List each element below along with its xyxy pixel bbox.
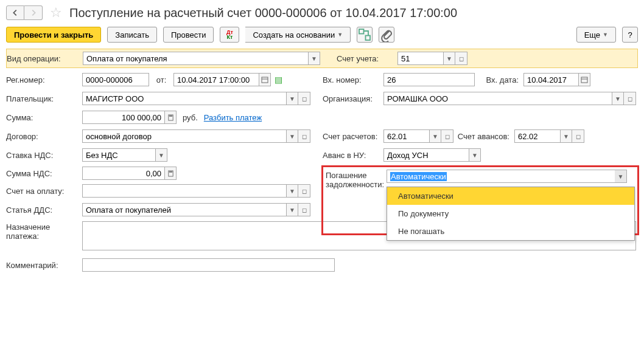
settle-acc-label: Счет расчетов: xyxy=(323,132,383,141)
org-open-icon[interactable]: ◻ xyxy=(624,92,636,105)
dropdown-option-by-doc[interactable]: По документу xyxy=(387,205,634,222)
org-input[interactable] xyxy=(383,92,612,105)
op-type-label: Вид операции: xyxy=(7,54,83,63)
forward-button[interactable] xyxy=(24,5,43,20)
page-title: Поступление на расчетный счет 0000-00000… xyxy=(69,6,457,20)
debt-repay-label: Погашение задолженности: xyxy=(326,170,387,189)
org-label: Организация: xyxy=(323,94,383,103)
invoice-dropdown-icon[interactable]: ▼ xyxy=(286,184,298,198)
invoice-label: Счет на оплату: xyxy=(6,187,82,196)
from-label: от: xyxy=(149,75,173,84)
advance-acc-label: Счет авансов: xyxy=(453,132,514,141)
account-dropdown-icon[interactable]: ▼ xyxy=(443,52,455,65)
account-input[interactable] xyxy=(397,52,443,65)
posted-icon: ▤ xyxy=(275,75,282,84)
linked-docs-button[interactable] xyxy=(357,27,373,43)
account-label: Счет учета: xyxy=(337,54,397,63)
advance-nu-dropdown-icon[interactable]: ▼ xyxy=(469,148,481,162)
advance-open-icon[interactable]: ◻ xyxy=(572,129,584,143)
advance-nu-label: Аванс в НУ: xyxy=(323,151,383,160)
payer-open-icon[interactable]: ◻ xyxy=(298,92,310,105)
create-based-button[interactable]: Создать на основании ▼ xyxy=(245,27,351,43)
back-button[interactable] xyxy=(6,5,24,20)
amount-label: Сумма: xyxy=(6,113,82,122)
svg-rect-0 xyxy=(359,29,364,34)
more-button[interactable]: Еще ▼ xyxy=(576,27,616,43)
dds-input[interactable] xyxy=(82,203,286,216)
in-date-label: Вх. дата: xyxy=(475,75,523,84)
settle-acc-input[interactable] xyxy=(383,129,429,143)
comment-label: Комментарий: xyxy=(6,261,82,270)
op-type-dropdown-icon[interactable]: ▼ xyxy=(308,52,320,65)
svg-rect-9 xyxy=(169,171,172,172)
calendar-icon[interactable] xyxy=(578,73,590,86)
post-and-close-button[interactable]: Провести и закрыть xyxy=(6,27,101,43)
vat-amount-input[interactable] xyxy=(82,167,164,180)
dt-kt-button[interactable]: ДтКт xyxy=(220,27,239,43)
dds-open-icon[interactable]: ◻ xyxy=(298,203,310,216)
calculator-icon[interactable] xyxy=(164,111,177,124)
account-open-icon[interactable]: ◻ xyxy=(455,52,467,65)
org-dropdown-icon[interactable]: ▼ xyxy=(612,92,624,105)
invoice-input[interactable] xyxy=(82,184,286,198)
svg-rect-2 xyxy=(262,77,268,83)
amount-input[interactable] xyxy=(82,111,164,124)
advance-nu-input[interactable] xyxy=(383,148,469,162)
split-payment-link[interactable]: Разбить платеж xyxy=(204,113,262,122)
settle-open-icon[interactable]: ◻ xyxy=(441,129,453,143)
purpose-label: Назначение платежа: xyxy=(6,221,82,241)
contract-label: Договор: xyxy=(6,132,82,141)
dropdown-option-no-repay[interactable]: Не погашать xyxy=(387,222,634,240)
contract-input[interactable] xyxy=(82,129,286,143)
advance-acc-input[interactable] xyxy=(514,129,560,143)
in-no-input[interactable] xyxy=(383,73,475,86)
payer-dropdown-icon[interactable]: ▼ xyxy=(286,92,298,105)
record-button[interactable]: Записать xyxy=(107,27,157,43)
favorite-star-icon[interactable]: ☆ xyxy=(50,5,62,21)
contract-dropdown-icon[interactable]: ▼ xyxy=(286,129,298,143)
debt-repay-dropdown-icon[interactable]: ▼ xyxy=(615,170,627,183)
contract-open-icon[interactable]: ◻ xyxy=(298,129,310,143)
dropdown-option-auto[interactable]: Автоматически xyxy=(387,187,634,205)
vat-rate-label: Ставка НДС: xyxy=(6,151,82,160)
post-button[interactable]: Провести xyxy=(163,27,214,43)
settle-dropdown-icon[interactable]: ▼ xyxy=(429,129,441,143)
attach-button[interactable] xyxy=(379,27,394,43)
date-input[interactable] xyxy=(173,73,259,86)
in-date-input[interactable] xyxy=(523,73,578,86)
invoice-open-icon[interactable]: ◻ xyxy=(298,184,310,198)
reg-no-label: Рег.номер: xyxy=(6,75,82,84)
calendar-icon[interactable] xyxy=(259,73,271,86)
comment-input[interactable] xyxy=(82,258,335,272)
payer-input[interactable] xyxy=(82,92,286,105)
svg-rect-7 xyxy=(169,115,172,116)
debt-repay-input[interactable]: Автоматически xyxy=(387,170,615,183)
help-button[interactable]: ? xyxy=(622,27,638,43)
dds-dropdown-icon[interactable]: ▼ xyxy=(286,203,298,216)
calculator-icon[interactable] xyxy=(164,167,177,180)
dds-label: Статья ДДС: xyxy=(6,205,82,215)
op-type-input[interactable] xyxy=(83,52,308,65)
advance-dropdown-icon[interactable]: ▼ xyxy=(560,129,572,143)
vat-rate-dropdown-icon[interactable]: ▼ xyxy=(155,148,167,162)
in-no-label: Вх. номер: xyxy=(323,75,383,84)
vat-amount-label: Сумма НДС: xyxy=(6,169,82,178)
vat-rate-input[interactable] xyxy=(82,148,155,162)
svg-rect-4 xyxy=(581,77,587,83)
payer-label: Плательщик: xyxy=(6,94,82,103)
rub-label: руб. xyxy=(177,113,204,122)
debt-repay-dropdown-list: Автоматически По документу Не погашать xyxy=(387,187,635,241)
svg-rect-1 xyxy=(366,36,371,41)
reg-no-input[interactable] xyxy=(82,73,149,86)
